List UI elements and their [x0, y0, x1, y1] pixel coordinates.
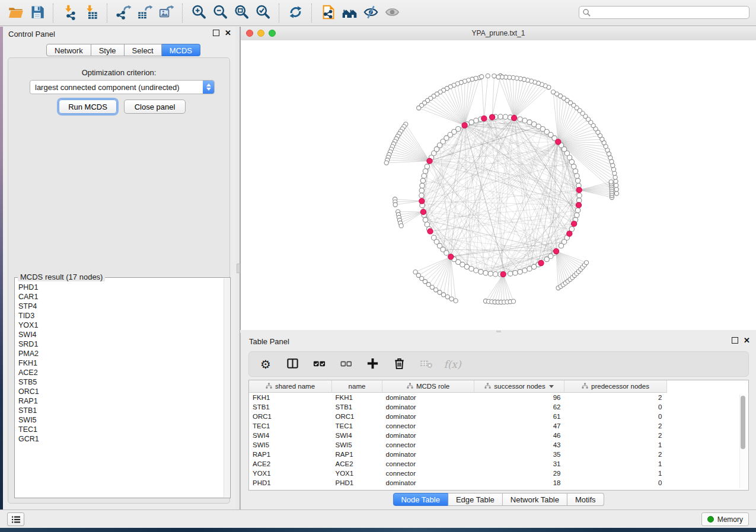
column-header-predecessor-nodes[interactable]: predecessor nodes — [564, 380, 667, 393]
memory-button[interactable]: Memory — [701, 512, 749, 526]
graph-node[interactable] — [584, 261, 588, 265]
graph-node[interactable] — [430, 285, 434, 289]
graph-node[interactable] — [511, 299, 515, 303]
table-row[interactable]: YOX1YOX1connector291 — [249, 469, 667, 478]
graph-hub-node[interactable] — [567, 231, 572, 236]
share-network-file-button[interactable] — [317, 2, 339, 24]
graph-node[interactable] — [486, 74, 490, 78]
graph-node[interactable] — [551, 90, 555, 94]
table-scrollbar-thumb[interactable] — [741, 396, 745, 449]
refresh-view-button[interactable] — [285, 2, 306, 24]
settings-button[interactable]: ⚙ — [259, 357, 273, 371]
graph-node[interactable] — [575, 208, 580, 213]
table-scrollbar[interactable] — [739, 395, 747, 488]
graph-hub-node[interactable] — [489, 114, 495, 120]
graph-hub-node[interactable] — [448, 254, 454, 259]
export-table-button[interactable] — [134, 2, 155, 24]
graph-node[interactable] — [575, 213, 579, 217]
graph-node[interactable] — [420, 183, 425, 188]
graph-node[interactable] — [488, 271, 493, 276]
graph-node[interactable] — [527, 120, 532, 124]
tab-node-table[interactable]: Node Table — [393, 493, 448, 506]
graph-node[interactable] — [420, 178, 425, 183]
graph-hub-node[interactable] — [576, 203, 581, 208]
graph-node[interactable] — [522, 118, 527, 123]
show-graphics-details-button[interactable] — [381, 2, 403, 24]
zoom-selected-button[interactable] — [252, 2, 273, 24]
graph-node[interactable] — [614, 180, 618, 184]
graph-node[interactable] — [496, 75, 500, 79]
graph-hub-node[interactable] — [553, 248, 559, 254]
table-row[interactable]: RAP1RAP1dominator352 — [249, 450, 667, 459]
mcds-result-item[interactable]: CAR1 — [18, 292, 224, 302]
close-table-panel-icon[interactable]: ✕ — [744, 337, 750, 344]
graph-hub-node[interactable] — [419, 198, 425, 204]
graph-node[interactable] — [503, 114, 508, 119]
search-input[interactable] — [591, 8, 749, 17]
graph-node[interactable] — [573, 169, 578, 174]
graph-node[interactable] — [399, 224, 403, 228]
graph-hub-node[interactable] — [572, 221, 577, 226]
graph-node[interactable] — [483, 270, 488, 275]
run-mcds-button[interactable]: Run MCDS — [59, 100, 117, 114]
graph-node[interactable] — [614, 187, 618, 191]
split-view-button[interactable] — [285, 357, 299, 371]
export-network-button[interactable] — [113, 2, 134, 24]
table-row[interactable]: FKH1FKH1dominator962 — [249, 393, 667, 403]
graph-node[interactable] — [444, 251, 449, 255]
graph-hub-node[interactable] — [576, 187, 582, 193]
graph-hub-node[interactable] — [511, 115, 516, 120]
graph-hub-node[interactable] — [427, 158, 432, 164]
mcds-result-item[interactable]: TEC1 — [18, 425, 224, 434]
table-row[interactable]: ORC1ORC1dominator610 — [249, 412, 667, 421]
graph-node[interactable] — [492, 74, 496, 78]
graph-node[interactable] — [498, 114, 503, 119]
table-row[interactable]: PHD1PHD1dominator180 — [249, 478, 667, 488]
mcds-result-item[interactable]: STP4 — [18, 302, 224, 311]
mcds-result-item[interactable]: STB1 — [18, 406, 224, 415]
vertical-splitter[interactable] — [236, 27, 240, 509]
delete-column-button[interactable] — [392, 357, 406, 371]
close-panel-button[interactable]: Close panel — [124, 100, 186, 114]
graph-hub-node[interactable] — [428, 229, 433, 234]
save-session-button[interactable] — [26, 2, 47, 24]
close-panel-icon[interactable]: ✕ — [225, 30, 231, 36]
float-table-panel-icon[interactable] — [732, 337, 738, 344]
mcds-result-item[interactable]: PHD1 — [18, 283, 224, 292]
graph-hub-node[interactable] — [420, 209, 426, 214]
search-box[interactable] — [579, 6, 749, 19]
optimization-criterion-dropdown[interactable]: largest connected component (undirected) — [30, 80, 215, 94]
graph-hub-node[interactable] — [462, 123, 467, 128]
zoom-out-button[interactable] — [209, 2, 231, 24]
graph-node[interactable] — [508, 271, 512, 276]
graph-node[interactable] — [575, 174, 579, 178]
graph-node[interactable] — [422, 174, 426, 178]
mcds-result-item[interactable]: SWI5 — [18, 415, 224, 425]
mcds-result-item[interactable]: TID3 — [18, 311, 224, 321]
graph-node[interactable] — [469, 266, 474, 271]
close-window-button[interactable] — [246, 30, 253, 37]
maximize-window-button[interactable] — [269, 30, 276, 37]
zoom-in-button[interactable] — [188, 2, 209, 24]
tab-edge-table[interactable]: Edge Table — [448, 493, 503, 506]
graph-node[interactable] — [393, 203, 397, 207]
graph-node[interactable] — [438, 290, 442, 294]
tab-style[interactable]: Style — [91, 44, 125, 56]
mcds-result-item[interactable]: GCR1 — [18, 434, 224, 444]
mcds-list-scrollbar[interactable] — [224, 278, 229, 497]
tab-mcds[interactable]: MCDS — [162, 44, 200, 56]
graph-node[interactable] — [384, 161, 388, 165]
mcds-result-item[interactable]: SWI4 — [18, 330, 224, 339]
graph-hub-node[interactable] — [556, 139, 561, 145]
mcds-result-item[interactable]: ACE2 — [18, 368, 224, 377]
minimize-window-button[interactable] — [257, 30, 264, 37]
graph-node[interactable] — [518, 270, 522, 274]
import-network-button[interactable] — [59, 2, 80, 24]
tab-network[interactable]: Network — [46, 44, 91, 56]
graph-node[interactable] — [522, 268, 527, 273]
graph-node[interactable] — [577, 193, 582, 198]
graph-node[interactable] — [493, 272, 497, 277]
toggle-panels-button[interactable] — [7, 512, 24, 526]
column-header-successor-nodes[interactable]: successor nodes — [474, 380, 564, 393]
tab-network-table[interactable]: Network Table — [503, 493, 567, 506]
